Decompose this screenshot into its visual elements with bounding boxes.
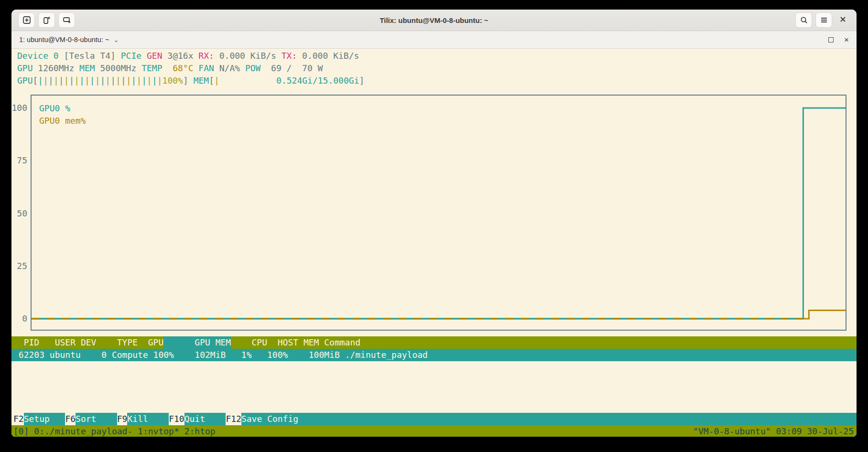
tab-controls: × xyxy=(828,36,849,44)
add-terminal-right-icon xyxy=(43,16,51,24)
meter-pipe: | xyxy=(95,75,100,86)
fkey-f10-action[interactable]: Quit xyxy=(184,413,226,425)
series-gpu0- xyxy=(32,108,846,319)
fkey-f12[interactable]: F12 xyxy=(226,413,241,425)
fkey-bar: F2Setup F6Sort F9Kill F10Quit F12Save Co… xyxy=(11,413,857,425)
process-table-header: PID USER DEV TYPE GPU GPU MEM CPU HOST M… xyxy=(11,336,857,349)
series-gpu0-mem- xyxy=(32,310,846,319)
meter-pipe: | xyxy=(74,75,79,86)
new-session-button[interactable] xyxy=(18,12,35,28)
device-info-line: Device 0 [Tesla T4] PCIe GEN 3@16x RX: 0… xyxy=(11,50,857,62)
meter-pipe: | xyxy=(131,75,137,86)
window-close-icon xyxy=(839,16,846,25)
meter-pipe: | xyxy=(64,75,69,86)
tab-close-icon[interactable]: × xyxy=(844,36,849,44)
meter-pipe: | xyxy=(105,75,110,86)
meter-pipe: | xyxy=(157,75,163,86)
terminal: Device 0 [Tesla T4] PCIe GEN 3@16x RX: 0… xyxy=(11,49,857,437)
fkey-f6[interactable]: F6 xyxy=(65,413,76,425)
meter-pipe: | xyxy=(79,75,85,86)
meter-pipe: | xyxy=(141,75,147,86)
add-terminal-down-button[interactable] xyxy=(58,12,75,28)
y-axis-tick-50: 50 xyxy=(11,207,27,220)
meter-pipe: | xyxy=(116,75,121,86)
fkey-f12-action[interactable]: Save Config xyxy=(241,413,298,425)
chevron-down-icon[interactable]: ⌄ xyxy=(113,36,119,43)
y-axis-tick-25: 25 xyxy=(11,260,27,272)
add-terminal-down-icon xyxy=(63,16,71,24)
titlebar-right-buttons xyxy=(795,12,850,28)
terminal-empty-area xyxy=(11,361,857,413)
meter-pipe: | xyxy=(43,75,48,86)
tab-bar: 1: ubuntu@VM-0-8-ubuntu: ~ ⌄ × xyxy=(11,31,857,49)
legend-gpu0-mem-: GPU0 mem% xyxy=(39,115,86,127)
y-axis-tick-100: 100 xyxy=(11,102,27,114)
gpu-chart: 1007550250 GPU0 %GPU0 mem% xyxy=(11,87,857,336)
add-terminal-right-button[interactable] xyxy=(38,12,55,28)
meter-pipe: | xyxy=(69,75,74,86)
y-axis-tick-75: 75 xyxy=(11,154,27,167)
search-icon xyxy=(800,16,808,24)
meter-pipe: | xyxy=(48,75,54,86)
tilix-window: Tilix: ubuntu@VM-0-8-ubuntu: ~ xyxy=(11,10,857,437)
meter-pipe: | xyxy=(126,75,131,86)
fkey-f9-action[interactable]: Kill xyxy=(127,413,169,425)
gpu-chart-legend: GPU0 %GPU0 mem% xyxy=(39,102,86,127)
y-axis-tick-0: 0 xyxy=(11,312,27,325)
meter-pipe: | xyxy=(100,75,105,86)
new-session-icon xyxy=(22,16,31,24)
window-title: Tilix: ubuntu@VM-0-8-ubuntu: ~ xyxy=(11,16,857,24)
meter-pipe: | xyxy=(54,75,59,86)
meter-pipe: | xyxy=(136,75,141,86)
meter-pipe: | xyxy=(59,75,64,86)
fkey-f10[interactable]: F10 xyxy=(169,413,184,425)
gpu-chart-yaxis: 1007550250 xyxy=(11,95,29,331)
meter-pipe: | xyxy=(38,75,43,86)
tab-restore-icon[interactable] xyxy=(828,37,834,43)
fkey-f9[interactable]: F9 xyxy=(117,413,128,425)
process-table-row: 62203 ubuntu 0 Compute 100% 102MiB 1% 10… xyxy=(11,349,857,361)
gpu-chart-plot: GPU0 %GPU0 mem% xyxy=(31,95,846,331)
meter-pipe: | xyxy=(110,75,116,86)
titlebar: Tilix: ubuntu@VM-0-8-ubuntu: ~ xyxy=(11,10,857,31)
legend-gpu0-: GPU0 % xyxy=(39,102,86,115)
fkey-f2[interactable]: F2 xyxy=(13,413,24,425)
search-button[interactable] xyxy=(795,12,812,28)
titlebar-left-buttons xyxy=(18,12,75,28)
tmux-status-bar: [0] 0:./minute_payload- 1:nvtop* 2:htop … xyxy=(11,425,857,437)
clock-temp-power-line: GPU 1260MHz MEM 5000MHz TEMP 68°C FAN N/… xyxy=(11,62,857,75)
fkey-f2-action[interactable]: Setup xyxy=(24,413,65,425)
meter-pipe: | xyxy=(85,75,90,86)
gpu-mem-meter-line: GPU[||||||||||||||||||||||||100%] MEM[| … xyxy=(11,75,857,87)
fkey-bar-fill xyxy=(298,413,857,425)
gpu-chart-svg xyxy=(32,96,846,330)
hamburger-menu-icon xyxy=(820,16,828,24)
tmux-host-datetime: "VM-0-8-ubuntu" 03:09 30-Jul-25 xyxy=(693,425,854,437)
meter-pipe: | xyxy=(90,75,95,86)
meter-pipe: | xyxy=(121,75,126,86)
meter-pipe: | xyxy=(147,75,152,86)
tab-session-label[interactable]: 1: ubuntu@VM-0-8-ubuntu: ~ xyxy=(19,36,109,43)
menu-button[interactable] xyxy=(815,12,832,28)
meter-pipe: | xyxy=(152,75,157,86)
window-close-button[interactable] xyxy=(835,13,850,27)
tmux-window-list: [0] 0:./minute_payload- 1:nvtop* 2:htop xyxy=(13,425,216,437)
fkey-f6-action[interactable]: Sort xyxy=(76,413,117,425)
